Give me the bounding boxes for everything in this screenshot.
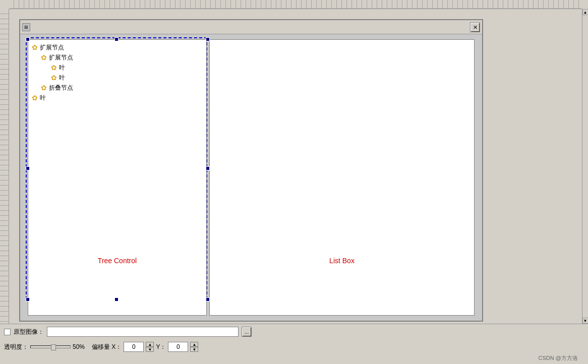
node-icon: [32, 43, 40, 51]
scroll-down-button[interactable]: ▼: [582, 318, 589, 324]
tree-item[interactable]: 扩展节点: [31, 52, 204, 63]
scroll-up-button[interactable]: ▲: [582, 9, 589, 15]
resize-handle-bc[interactable]: [114, 297, 119, 301]
node-icon: [41, 53, 49, 62]
offset-x-label: 偏移量 X：: [92, 343, 122, 351]
designer-window: ⊞ ✕ 扩展节点: [19, 19, 483, 322]
offset-x-up[interactable]: ▲: [146, 342, 154, 347]
tree-item-label: 叶: [59, 64, 65, 72]
tree-control-label: Tree Control: [98, 257, 137, 265]
ruler-top: // Will be rendered by browser: [9, 0, 582, 9]
titlebar: ⊞ ✕: [20, 20, 482, 34]
resize-handle-tl[interactable]: [26, 37, 30, 41]
tree-item-label: 叶: [40, 94, 46, 102]
resize-handle-mr[interactable]: [206, 166, 210, 170]
status-row-2: 透明度： 50% 偏移量 X： ▲ ▼ Y： ▲ ▼: [0, 339, 588, 354]
offset-x-down[interactable]: ▼: [146, 347, 154, 352]
csdn-watermark: CSDN @方方洛: [539, 354, 578, 362]
opacity-slider[interactable]: [30, 345, 71, 348]
tree-control-panel[interactable]: 扩展节点 扩展节点 叶: [28, 39, 207, 316]
slider-thumb[interactable]: [51, 344, 56, 350]
offset-y-down[interactable]: ▼: [190, 347, 198, 352]
tree-item-label: 扩展节点: [49, 53, 73, 62]
scroll-track: [582, 15, 589, 318]
tree-item-label: 折叠节点: [49, 84, 73, 92]
tree-item[interactable]: 折叠节点: [31, 83, 204, 93]
scrollbar-right[interactable]: ▲ ▼: [582, 9, 588, 324]
designer-content: 扩展节点 扩展节点 叶: [20, 34, 482, 321]
canvas-area: ⊞ ✕ 扩展节点: [9, 9, 582, 324]
opacity-label: 透明度：: [4, 343, 28, 351]
title-icon: ⊞: [22, 23, 30, 31]
leaf-icon: [51, 74, 59, 82]
browse-button[interactable]: ...: [242, 327, 252, 337]
tree-items: 扩展节点 扩展节点 叶: [28, 40, 206, 105]
resize-handle-bl[interactable]: [26, 297, 30, 301]
tree-item-label: 叶: [59, 74, 65, 82]
resize-handle-tc[interactable]: [114, 37, 119, 41]
offset-x-spinner[interactable]: ▲ ▼: [146, 342, 154, 352]
list-box-panel[interactable]: List Box: [209, 39, 475, 316]
tree-item[interactable]: 叶: [31, 63, 204, 73]
prototype-image-checkbox[interactable]: [4, 329, 11, 335]
leaf-icon: [32, 94, 40, 102]
offset-y-label: Y：: [156, 343, 166, 351]
leaf-icon: [51, 64, 59, 72]
offset-x-input[interactable]: [124, 342, 144, 352]
offset-y-input[interactable]: [168, 342, 188, 352]
tree-item[interactable]: 扩展节点: [31, 42, 204, 52]
tree-item-label: 扩展节点: [40, 43, 64, 52]
image-path-input[interactable]: [47, 327, 239, 337]
tree-item[interactable]: 叶: [31, 93, 204, 103]
resize-handle-ml[interactable]: [26, 166, 30, 170]
offset-y-spinner[interactable]: ▲ ▼: [190, 342, 198, 352]
status-row-1: 原型图像： ...: [0, 324, 588, 339]
resize-handle-br-splitter[interactable]: [206, 297, 210, 301]
opacity-value: 50%: [73, 343, 85, 350]
status-bar: 原型图像： ... 透明度： 50% 偏移量 X： ▲ ▼ Y： ▲ ▼ CSD…: [0, 324, 588, 364]
list-box-label: List Box: [329, 257, 355, 265]
offset-y-up[interactable]: ▲: [190, 342, 198, 347]
ruler-left: [0, 9, 9, 324]
node-icon: [41, 84, 49, 92]
prototype-image-label: 原型图像：: [14, 328, 44, 336]
resize-handle-tr[interactable]: [206, 37, 210, 41]
close-button[interactable]: ✕: [470, 22, 480, 32]
tree-item[interactable]: 叶: [31, 73, 204, 83]
